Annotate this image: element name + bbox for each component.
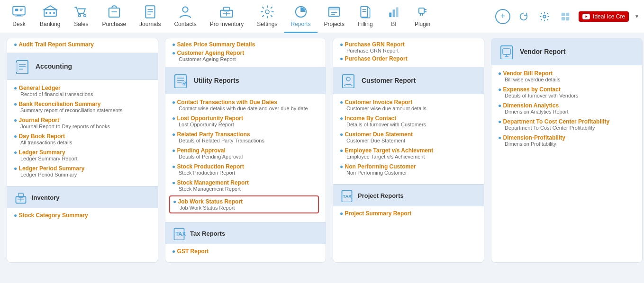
partial-sales-price[interactable]: Sales Price Summary Details [172,41,319,48]
grid-icon[interactable] [558,9,573,24]
customer-body: Customer Invoice Report Customer wise du… [333,94,484,184]
customer-header: Customer Report [333,67,484,94]
add-button[interactable]: + [495,9,510,24]
nav-item-filling[interactable]: Filling [351,0,380,33]
report-dimension-analytics[interactable]: Dimension Analytics Dimension Analytics … [498,102,635,115]
nav-item-banking[interactable]: Banking [33,0,67,33]
report-bank-recon[interactable]: Bank Reconciliation Summary Summary repo… [14,101,151,113]
inventory-small-icon [14,190,28,204]
nav-item-pro-inventory[interactable]: Pro Inventory [203,0,250,33]
report-stock-category[interactable]: Stock Category Summary [14,212,151,219]
report-ledger-summary[interactable]: Ledger Summary Ledger Summary Report [14,149,151,161]
accounting-header: Accounting [7,53,158,80]
nav-label-projects: Projects [324,21,345,27]
tax-bottom-body: GST Report [165,244,326,262]
svg-rect-33 [389,12,391,17]
nav-item-purchase[interactable]: Purchase [95,0,133,33]
partial-purchase-order[interactable]: Purchase Order Report [340,55,477,62]
report-stock-production[interactable]: Stock Production Report Stock Production… [172,163,319,176]
report-vendor-bill[interactable]: Vendor Bill Report Bill wise overdue det… [498,70,635,82]
youtube-button[interactable]: Ideal Ice Cre [579,11,629,22]
svg-rect-42 [562,12,565,16]
report-employee-target[interactable]: Employee Target v/s Achievment Employee … [340,147,477,159]
nav-label-banking: Banking [40,21,60,27]
svg-rect-35 [396,7,399,17]
report-lost-opportunity[interactable]: Lost Opportunity Report Lost Opportunity… [172,115,319,127]
report-gst[interactable]: GST Report [172,248,319,255]
svg-point-63 [346,77,350,81]
nav-item-projects[interactable]: Projects [317,0,351,33]
accounting-section: Audit Trail Report Summary Accounting Ge… [7,38,158,263]
customer-icon [340,72,357,89]
report-dept-cost-center[interactable]: Department To Cost Center Profitability … [498,118,635,131]
project-bottom-body: Project Summary Report [333,206,484,224]
project-small-icon: TAX [340,188,354,203]
nav-item-bi[interactable]: BI [380,0,408,33]
report-dimension-profitability[interactable]: Dimension-Profitability Dimension Profit… [498,134,635,147]
report-project-summary[interactable]: Project Summary Report [340,210,477,217]
company-dropdown[interactable]: ▼ [635,14,639,19]
report-expenses-by-contact[interactable]: Expenses by Contact Details of turnover … [498,86,635,98]
svg-marker-7 [44,6,56,9]
svg-rect-50 [16,62,18,72]
vendor-section: Vendor Report Vendor Bill Report Bill wi… [491,38,643,263]
report-non-performing-customer[interactable]: Non Performing Customer Non Performing C… [340,163,477,176]
refresh-icon[interactable] [516,9,531,24]
vendor-title: Vendor Report [520,48,565,55]
nav-label-pro-inventory: Pro Inventory [210,21,244,27]
svg-point-24 [265,10,269,14]
nav-label-contacts: Contacts [174,21,196,27]
svg-rect-44 [562,17,565,20]
nav-item-sales[interactable]: Sales [67,0,95,33]
report-day-book[interactable]: Day Book Report All transactions details [14,133,151,145]
report-related-party[interactable]: Related Party Transactions Details of Re… [172,131,319,143]
nav-item-reports[interactable]: Reports [284,0,317,33]
nav-item-contacts[interactable]: Contacts [167,0,203,33]
vendor-header: Vendor Report [491,38,642,65]
report-stock-management[interactable]: Stock Management Report Stock Management… [172,179,319,192]
nav-label-journals: Journals [139,21,161,27]
svg-rect-8 [45,12,47,14]
partial-customer-ageing[interactable]: Customer Ageing Report Customer Ageing R… [172,50,319,62]
partial-audit-trail[interactable]: Audit Trail Report Summary [14,41,151,48]
nav-right-controls: + Ideal Ice Cre ▼ [495,9,639,24]
svg-rect-9 [49,12,51,14]
nav-item-plugin[interactable]: Plugin [408,0,437,33]
inventory-bottom-body: Stock Category Summary [7,208,158,226]
report-customer-invoice[interactable]: Customer Invoice Report Customer wise du… [340,99,477,111]
svg-point-19 [183,7,188,12]
utility-title: Utility Reports [194,77,239,84]
report-ledger-period[interactable]: Ledger Period Summary Ledger Period Summ… [14,165,151,177]
svg-rect-67 [503,49,510,54]
report-customer-due-statement[interactable]: Customer Due Statement Customer Due Stat… [340,131,477,143]
accounting-title: Accounting [36,62,72,70]
tax-bottom-title: Tax Reports [190,230,225,237]
utility-body: Contact Transactions with Due Dates Cont… [165,94,326,222]
nav-item-journals[interactable]: Journals [133,0,167,33]
vendor-icon [498,43,515,60]
svg-rect-43 [566,12,569,16]
svg-rect-34 [393,9,395,17]
nav-label-filling: Filling [358,21,372,27]
svg-rect-36 [419,8,424,13]
nav-label-reports: Reports [291,21,311,27]
utility-icon [172,72,189,89]
report-income-by-contact[interactable]: Income By Contact Details of turnover wi… [340,115,477,127]
nav-label-sales: Sales [74,21,88,27]
svg-rect-13 [109,8,119,17]
svg-point-59 [182,81,187,86]
nav-item-settings[interactable]: Settings [250,0,284,33]
report-pending-approval[interactable]: Pending Approval Details of Pending Appr… [172,147,319,159]
accounting-icon [14,58,31,75]
report-job-work-status[interactable]: Job Work Status Report Job Work Status R… [169,195,319,213]
svg-point-11 [79,14,81,17]
customer-section: Purchase GRN Report Purchase GRN Report … [333,38,484,263]
nav-label-desk: Desk [12,21,25,27]
settings-icon[interactable] [537,9,552,24]
report-journal[interactable]: Journal Report Journal Report to Day rep… [14,117,151,129]
partial-purchase-grn[interactable]: Purchase GRN Report Purchase GRN Report [340,41,477,53]
utility-header: Utility Reports [165,67,326,94]
report-contact-transactions[interactable]: Contact Transactions with Due Dates Cont… [172,99,319,111]
report-general-ledger[interactable]: General Ledger Record of financial trans… [14,85,151,97]
nav-item-desk[interactable]: Desk [5,0,33,33]
